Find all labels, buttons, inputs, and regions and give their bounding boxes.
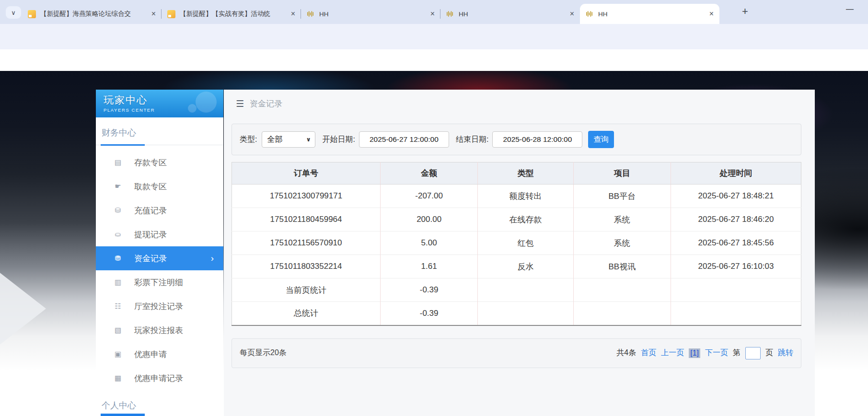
jump-page-input[interactable]: [745, 347, 761, 359]
content-header: ☰ 资金记录: [224, 90, 815, 117]
sidebar-item-label: 存款专区: [134, 157, 167, 168]
table-cell: 系统: [573, 208, 671, 231]
withdraw-record-icon: [113, 230, 123, 239]
browser-tab-1[interactable]: 【新提醒】海燕策略论坛综合交 ×: [22, 4, 162, 24]
table-cell: 1751021180459964: [232, 208, 381, 231]
hall-bet-icon: [113, 302, 123, 311]
end-date-input[interactable]: [492, 131, 582, 148]
pagination-bar: 每页显示20条 共4条 首页 上一页 [1] 下一页 第 页 跳转: [231, 338, 801, 368]
table-row: 17510211565709105.00红包系统2025-06-27 18:45…: [232, 231, 801, 255]
hamburger-icon[interactable]: ☰: [236, 98, 244, 109]
sidebar-item-label: 优惠申请: [134, 349, 167, 360]
table-row: 1751021300799171-207.00额度转出BB平台2025-06-2…: [232, 185, 801, 208]
browser-tab-4[interactable]: HH ×: [440, 4, 580, 24]
funds-table: 订单号 金额 类型 项目 处理时间 1751021300799171-207.0…: [231, 162, 801, 326]
table-cell: 2025-06-27 16:10:03: [671, 255, 801, 278]
table-cell: 当前页统计: [232, 278, 381, 302]
gold-wave-favicon: [307, 11, 315, 17]
sidebar-item-recharge-records[interactable]: 充值记录: [96, 198, 223, 222]
close-icon[interactable]: ×: [709, 10, 714, 18]
close-icon[interactable]: ×: [570, 10, 574, 18]
close-icon[interactable]: ×: [430, 10, 435, 18]
sidebar-item-player-bet-report[interactable]: 玩家投注报表: [96, 318, 223, 342]
filter-panel: 类型: 全部 ∨ 开始日期: 结束日期: 查询: [231, 124, 801, 155]
forum-yellow-favicon: [28, 10, 36, 18]
sidebar-item-deposit-zone[interactable]: 存款专区: [96, 150, 223, 174]
table-cell: [478, 278, 574, 302]
close-icon[interactable]: ×: [291, 10, 295, 18]
tab-title: HH: [459, 11, 555, 18]
sidebar-item-withdraw-records[interactable]: 提现记录: [96, 222, 223, 246]
chevron-down-icon: ∨: [11, 9, 16, 16]
table-cell: 总统计: [232, 302, 381, 325]
prev-page-link[interactable]: 上一页: [661, 348, 684, 358]
col-type: 类型: [478, 162, 574, 185]
sidebar-section-finance: 财务中心: [96, 117, 223, 144]
sidebar-item-funds-records[interactable]: 资金记录 ›: [96, 246, 223, 270]
total-count-text: 共4条: [616, 348, 636, 358]
funds-record-icon: [113, 254, 123, 263]
sidebar-item-label: 充值记录: [134, 205, 167, 216]
browser-tab-3[interactable]: HH ×: [301, 4, 440, 24]
table-cell: -0.39: [381, 278, 478, 302]
table-cell: [478, 302, 574, 325]
sidebar-item-label: 资金记录: [134, 253, 167, 264]
gold-wave-favicon: [446, 11, 454, 17]
table-header: 订单号 金额 类型 项目 处理时间: [232, 162, 801, 185]
page-size-text: 每页显示20条: [240, 348, 287, 358]
sidebar-item-hall-bet-records[interactable]: 厅室投注记录: [96, 294, 223, 318]
sidebar-item-withdraw-zone[interactable]: 取款专区: [96, 174, 223, 198]
background-triangle-decoration: [0, 268, 46, 349]
table-cell: [671, 278, 801, 302]
sidebar-item-label: 玩家投注报表: [134, 325, 183, 336]
table-cell: 额度转出: [478, 185, 574, 208]
table-cell: [671, 302, 801, 325]
browser-tab-2[interactable]: 【新提醒】【实战有奖】活动统 ×: [162, 4, 301, 24]
gold-wave-favicon: [586, 11, 594, 17]
browser-tab-5-active[interactable]: HH ×: [580, 4, 719, 24]
table-cell: 1751021300799171: [232, 185, 381, 208]
table-row: 总统计-0.39: [232, 302, 801, 325]
next-page-link[interactable]: 下一页: [705, 348, 728, 358]
main-content: ☰ 资金记录 类型: 全部 ∨ 开始日期: 结束日期: 查询 订单号 金额 类型: [224, 90, 815, 416]
sidebar-item-label: 提现记录: [134, 229, 167, 240]
type-select-value: 全部: [267, 135, 282, 145]
sidebar-header: 玩家中心 PLAYERS CENTER: [96, 90, 223, 117]
end-date-label: 结束日期:: [456, 135, 488, 145]
tab-title: HH: [319, 11, 415, 18]
sidebar-item-promo-apply-records[interactable]: 优惠申请记录: [96, 366, 223, 390]
tab-search-button[interactable]: ∨: [6, 6, 21, 19]
close-icon[interactable]: ×: [151, 10, 156, 18]
start-date-input[interactable]: [359, 131, 449, 148]
jump-button[interactable]: 跳转: [778, 348, 793, 358]
table-cell: 系统: [573, 231, 671, 255]
table-cell: 在线存款: [478, 208, 574, 231]
tab-list: 【新提醒】海燕策略论坛综合交 × 【新提醒】【实战有奖】活动统 × HH × H…: [22, 4, 719, 24]
tab-title: 【新提醒】海燕策略论坛综合交: [40, 10, 136, 18]
browser-tab-strip: ∨ 【新提醒】海燕策略论坛综合交 × 【新提醒】【实战有奖】活动统 × HH ×…: [0, 0, 868, 24]
promo-record-icon: [113, 374, 123, 382]
tab-title: 【新提醒】【实战有奖】活动统: [180, 10, 276, 18]
table-cell: 2025-06-27 18:45:56: [671, 231, 801, 255]
screen: ∨ 【新提醒】海燕策略论坛综合交 × 【新提醒】【实战有奖】活动统 × HH ×…: [0, 0, 868, 416]
table-cell: 1.61: [381, 255, 478, 278]
table-cell: -207.00: [381, 185, 478, 208]
sidebar-item-label: 取款专区: [134, 181, 167, 192]
first-page-link[interactable]: 首页: [641, 348, 656, 358]
browser-toolbar: ← → ↻ ⌂ yl756.com/hhcp/usercenter.html?i…: [0, 24, 868, 49]
type-label: 类型:: [240, 135, 257, 145]
sidebar-item-promo-apply[interactable]: 优惠申请: [96, 342, 223, 366]
type-select[interactable]: 全部 ∨: [262, 131, 315, 148]
col-process-time: 处理时间: [671, 162, 801, 185]
search-button[interactable]: 查询: [588, 131, 614, 148]
recharge-record-icon: [113, 206, 123, 215]
jump-prefix-label: 第: [733, 348, 741, 358]
sidebar-item-lottery-bet-detail[interactable]: 彩票下注明细: [96, 270, 223, 294]
withdraw-icon: [113, 182, 123, 191]
table-cell: BB视讯: [573, 255, 671, 278]
current-page-indicator: [1]: [689, 348, 700, 358]
minimize-button[interactable]: —: [846, 5, 854, 13]
new-tab-button[interactable]: +: [742, 5, 748, 18]
col-project: 项目: [573, 162, 671, 185]
table-cell: 1751011803352214: [232, 255, 381, 278]
